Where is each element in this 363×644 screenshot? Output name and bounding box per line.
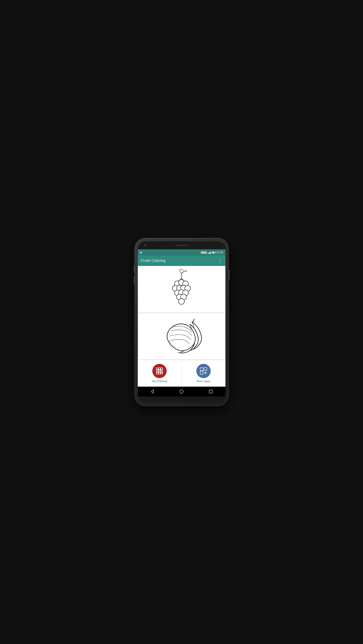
more-options-icon[interactable]: ⋮ [218,258,222,264]
home-icon [179,389,184,394]
status-bar: N VOLTE 11:03 [138,249,226,256]
more-apps-button[interactable]: More Apps [182,360,226,386]
volte-badge: VOLTE [201,252,207,254]
svg-rect-20 [158,370,160,372]
top-bezel [138,241,226,249]
grapes-svg [163,268,200,310]
app-title: Fruits Coloring [141,258,166,263]
signal-bar-1 [208,253,208,254]
grid-icon [156,367,164,375]
my-drawing-label: My Drawing [152,380,167,383]
notification-icon: N [140,251,142,254]
svg-rect-23 [158,372,160,374]
grapes-card[interactable] [138,266,226,313]
svg-rect-22 [156,372,158,374]
status-right: VOLTE 11:03 [201,251,223,254]
my-drawing-icon-circle [152,364,167,378]
nav-bar [138,386,226,396]
svg-point-31 [180,390,183,393]
time-display: 11:03 [216,251,223,254]
recent-button[interactable] [207,388,214,395]
svg-rect-17 [158,368,160,370]
phone-device: N VOLTE 11:03 Fruits Coloring ⋮ [135,238,228,406]
banana-svg [158,315,206,357]
svg-rect-21 [161,370,162,372]
svg-rect-27 [200,372,203,374]
recent-icon [208,389,213,394]
back-icon [150,389,154,394]
camera [144,244,146,246]
svg-rect-26 [204,368,207,370]
svg-rect-24 [161,372,162,374]
svg-rect-32 [209,390,212,393]
signal-bar-2 [208,253,209,254]
status-left: N [140,251,142,254]
app-bar: Fruits Coloring ⋮ [138,256,226,266]
signal-bars [208,251,211,254]
speaker [176,245,187,246]
more-apps-icon [200,367,208,375]
battery-icon [212,252,216,254]
svg-rect-16 [156,368,158,370]
svg-point-15 [178,298,184,304]
back-button[interactable] [149,388,156,395]
screen-content: My Drawing More Apps [138,266,226,386]
bottom-actions: My Drawing More Apps [138,360,226,386]
more-apps-label: More Apps [196,380,210,383]
svg-marker-30 [151,390,154,393]
svg-rect-18 [161,368,162,370]
home-button[interactable] [178,388,185,395]
signal-bar-4 [210,252,211,254]
bottom-bezel [138,396,226,403]
more-apps-icon-circle [196,364,211,378]
banana-card[interactable] [138,313,226,360]
phone-screen: N VOLTE 11:03 Fruits Coloring ⋮ [138,241,226,403]
battery-fill [212,252,214,253]
my-drawing-button[interactable]: My Drawing [138,360,182,386]
svg-rect-25 [200,368,203,370]
svg-rect-19 [156,370,158,372]
signal-bar-3 [209,252,210,254]
